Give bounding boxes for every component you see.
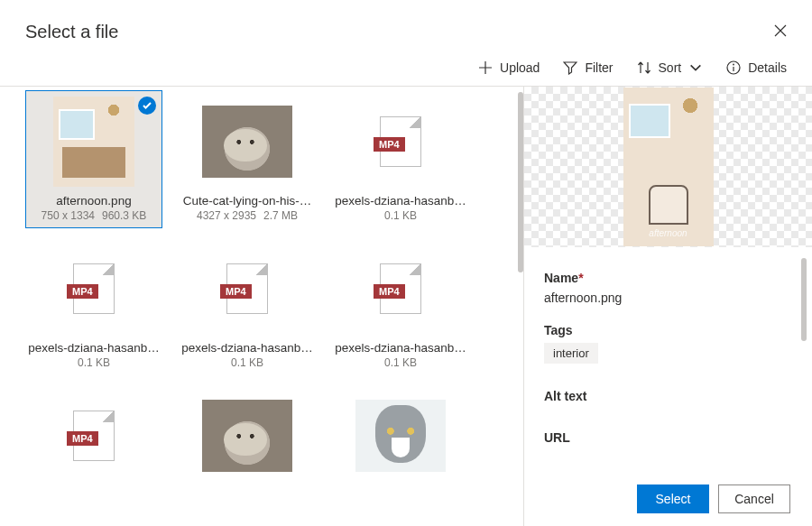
file-name: pexels-dziana-hasanb… — [335, 194, 466, 208]
file-card[interactable]: afternoon.png750 x 1334960.3 KB — [25, 90, 162, 228]
mp4-file-icon: MP4 — [380, 116, 421, 167]
plus-icon — [478, 60, 493, 75]
scrollbar[interactable] — [518, 92, 523, 272]
preview-image: afternoon — [623, 88, 714, 246]
info-icon — [726, 60, 741, 75]
file-thumbnail: MP4 — [49, 244, 139, 334]
file-meta: 0.1 KB — [384, 209, 417, 222]
dialog-footer: Select Cancel — [524, 472, 812, 526]
dialog-header: Select a file — [0, 0, 812, 57]
file-card[interactable]: MP4pexels-dziana-hasanb…0.1 KB — [332, 237, 469, 375]
file-card[interactable]: MP4pexels-dziana-hasanb…0.1 KB — [179, 237, 316, 375]
svg-point-1 — [733, 64, 734, 66]
tag-chip[interactable]: interior — [544, 343, 598, 364]
tags-field-label: Tags — [544, 323, 787, 337]
file-name: afternoon.png — [56, 194, 131, 208]
select-button[interactable]: Select — [637, 484, 709, 513]
details-pane: afternoon Name* afternoon.png Tags inter… — [523, 87, 812, 526]
file-thumbnail — [355, 391, 446, 481]
preview-area: afternoon — [524, 87, 812, 247]
file-picker-dialog: Select a file Upload Filter Sort Details… — [0, 0, 812, 526]
file-thumbnail — [49, 97, 139, 187]
mp4-file-icon: MP4 — [380, 263, 421, 314]
url-field-label: URL — [544, 430, 787, 445]
file-card[interactable] — [332, 384, 469, 494]
file-name: pexels-dziana-hasanb… — [28, 341, 160, 355]
mp4-file-icon: MP4 — [226, 263, 268, 314]
close-button[interactable] — [774, 24, 787, 40]
name-field-label: Name* — [544, 271, 787, 285]
filter-label: Filter — [585, 60, 613, 75]
file-meta: 750 x 1334960.3 KB — [42, 209, 147, 222]
cancel-button[interactable]: Cancel — [718, 484, 790, 513]
metadata-panel: Name* afternoon.png Tags interior Alt te… — [524, 247, 812, 472]
alt-text-field-label: Alt text — [544, 389, 787, 403]
file-thumbnail — [202, 391, 292, 481]
mp4-file-icon: MP4 — [73, 411, 115, 461]
file-list-pane: afternoon.png750 x 1334960.3 KBCute-cat-… — [0, 87, 523, 526]
file-card[interactable]: MP4pexels-dziana-hasanb…0.1 KB — [25, 237, 162, 375]
file-thumbnail: MP4 — [355, 244, 446, 334]
file-name: pexels-dziana-hasanb… — [181, 341, 313, 355]
dialog-body: afternoon.png750 x 1334960.3 KBCute-cat-… — [0, 87, 812, 526]
details-button[interactable]: Details — [726, 60, 787, 75]
details-label: Details — [748, 60, 787, 75]
mp4-file-icon: MP4 — [73, 263, 115, 314]
file-name: Cute-cat-lying-on-his-… — [183, 194, 312, 208]
filter-icon — [563, 60, 577, 75]
upload-button[interactable]: Upload — [478, 60, 540, 75]
name-field-value[interactable]: afternoon.png — [544, 291, 787, 305]
upload-label: Upload — [500, 60, 540, 75]
file-card[interactable]: MP4 — [25, 384, 162, 494]
file-card[interactable]: MP4pexels-dziana-hasanb…0.1 KB — [332, 90, 469, 228]
scrollbar[interactable] — [801, 258, 807, 341]
file-meta: 4327 x 29352.7 MB — [197, 209, 298, 222]
sort-icon — [637, 60, 651, 75]
dialog-title: Select a file — [25, 22, 118, 42]
toolbar: Upload Filter Sort Details — [0, 57, 812, 87]
file-name: pexels-dziana-hasanb… — [335, 341, 466, 355]
close-icon — [774, 24, 787, 37]
file-meta: 0.1 KB — [231, 356, 263, 369]
sort-button[interactable]: Sort — [637, 60, 704, 75]
file-thumbnail: MP4 — [202, 244, 292, 334]
file-meta: 0.1 KB — [384, 356, 417, 369]
sort-label: Sort — [659, 60, 682, 75]
file-meta: 0.1 KB — [78, 356, 110, 369]
file-card[interactable] — [179, 384, 316, 494]
filter-button[interactable]: Filter — [563, 60, 613, 75]
chevron-down-icon — [688, 60, 703, 75]
file-grid: afternoon.png750 x 1334960.3 KBCute-cat-… — [25, 90, 523, 494]
file-card[interactable]: Cute-cat-lying-on-his-…4327 x 29352.7 MB — [179, 90, 316, 228]
selected-check-icon — [138, 97, 156, 115]
file-thumbnail: MP4 — [49, 391, 139, 481]
file-thumbnail: MP4 — [355, 97, 446, 187]
file-thumbnail — [202, 97, 292, 187]
